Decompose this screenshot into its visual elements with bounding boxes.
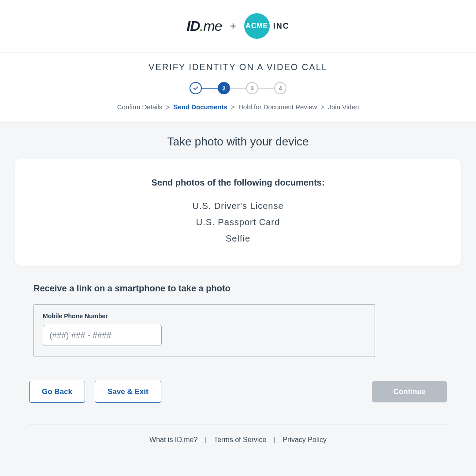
- step-2-active: 2: [218, 82, 230, 94]
- steps-section: VERIFY IDENTITY ON A VIDEO CALL 2 3 4 Co…: [0, 52, 476, 123]
- idme-logo-id: ID: [186, 18, 200, 34]
- idme-logo-me: me: [203, 18, 222, 34]
- footer-tos-link[interactable]: Terms of Service: [214, 436, 266, 443]
- step-line-1-2: [202, 88, 218, 89]
- check-icon: [193, 85, 199, 91]
- footer-sep: |: [205, 436, 207, 443]
- steps-title: VERIFY IDENTITY ON A VIDEO CALL: [0, 62, 476, 72]
- documents-heading: Send photos of the following documents:: [28, 178, 448, 188]
- acme-inc-text: INC: [273, 22, 290, 31]
- header-logos: ID.me + ACME INC: [0, 0, 476, 52]
- step-3-pending: 3: [246, 82, 258, 94]
- acme-circle: ACME: [244, 13, 270, 39]
- continue-button[interactable]: Continue: [372, 381, 447, 402]
- go-back-button[interactable]: Go Back: [29, 381, 85, 403]
- footer-sep: |: [274, 436, 275, 443]
- footer-what-link[interactable]: What is ID.me?: [149, 436, 197, 443]
- documents-list: U.S. Driver's License U.S. Passport Card…: [28, 201, 448, 244]
- phone-label: Mobile Phone Number: [43, 312, 366, 320]
- page-title: Take photo with your device: [0, 123, 476, 159]
- breadcrumb-step4: Join Video: [328, 103, 359, 111]
- phone-input[interactable]: [43, 325, 162, 346]
- phone-section: Receive a link on a smartphone to take a…: [0, 266, 476, 357]
- phone-heading: Receive a link on a smartphone to take a…: [33, 283, 443, 294]
- step-line-2-3: [230, 88, 246, 89]
- breadcrumb-sep: >: [166, 103, 170, 111]
- breadcrumb-step3: Hold for Document Review: [238, 103, 317, 111]
- phone-box: Mobile Phone Number: [33, 304, 375, 357]
- breadcrumb-step1: Confirm Details: [117, 103, 163, 111]
- breadcrumb-sep: >: [231, 103, 235, 111]
- step-indicators: 2 3 4: [0, 82, 476, 94]
- step-4-pending: 4: [274, 82, 286, 94]
- step-1-complete: [190, 82, 202, 94]
- footer: What is ID.me? | Terms of Service | Priv…: [29, 424, 447, 444]
- breadcrumb: Confirm Details > Send Documents > Hold …: [0, 103, 476, 111]
- step-line-3-4: [258, 88, 274, 89]
- action-buttons: Go Back Save & Exit Continue: [0, 357, 476, 403]
- doc-item-selfie: Selfie: [28, 234, 448, 244]
- acme-logo: ACME INC: [244, 13, 290, 39]
- breadcrumb-sep: >: [321, 103, 325, 111]
- save-exit-button[interactable]: Save & Exit: [95, 381, 161, 403]
- footer-privacy-link[interactable]: Privacy Policy: [283, 436, 327, 443]
- doc-item-passport: U.S. Passport Card: [28, 217, 448, 227]
- documents-card: Send photos of the following documents: …: [15, 159, 461, 266]
- plus-icon: +: [230, 20, 236, 32]
- idme-logo: ID.me: [186, 18, 222, 34]
- breadcrumb-step2-active: Send Documents: [173, 103, 227, 111]
- doc-item-license: U.S. Driver's License: [28, 201, 448, 211]
